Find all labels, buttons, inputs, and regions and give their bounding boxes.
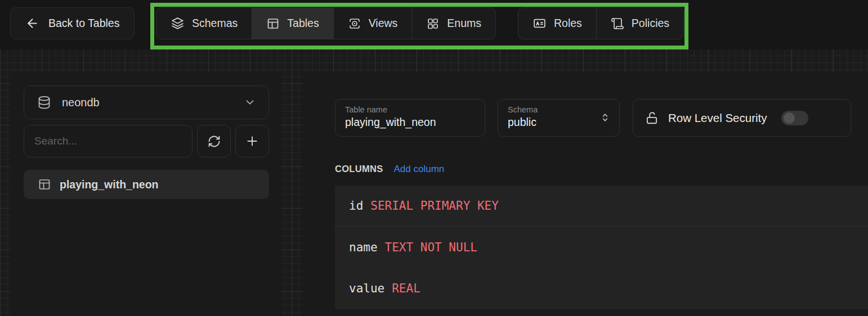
refresh-icon [207,134,221,148]
schema-select-label: Schema [508,105,610,114]
plus-icon [245,134,259,148]
toggle-knob [784,112,795,124]
column-definition: SERIAL PRIMARY KEY [370,199,499,213]
column-name: name [349,241,378,254]
schema-select[interactable]: Schema public [498,99,620,137]
enums-icon [426,17,440,30]
back-to-tables-button[interactable]: Back to Tables [10,7,135,39]
row-level-security-label: Row Level Security [668,111,767,125]
views-icon [348,17,361,30]
policies-icon [611,17,624,30]
column-row-value[interactable]: value REAL [335,268,868,309]
tab-views-label: Views [369,17,398,30]
column-definition: REAL [392,282,420,295]
table-name-field-label: Table name [345,105,475,114]
columns-list: id SERIAL PRIMARY KEY name TEXT NOT NULL… [335,186,868,309]
row-level-security-control: Row Level Security [633,99,851,137]
tab-roles[interactable]: Roles [518,8,596,39]
table-icon [38,178,51,191]
tab-schemas[interactable]: Schemas [156,8,252,39]
tables-icon [266,17,280,30]
sidebar-search-row [24,125,269,157]
column-row-id[interactable]: id SERIAL PRIMARY KEY [335,186,868,227]
tab-schemas-label: Schemas [192,17,238,30]
add-table-button[interactable] [235,125,269,157]
entity-nav-group-security: Roles Policies [518,7,684,39]
roles-icon [533,16,547,30]
tab-enums[interactable]: Enums [411,8,495,39]
tab-views[interactable]: Views [333,8,412,39]
table-editor-panel: Table name playing_with_neon Schema publ… [302,72,868,316]
add-column-link[interactable]: Add column [394,164,445,175]
sidebar-item-label: playing_with_neon [60,178,159,191]
search-input[interactable] [24,125,193,157]
columns-section-header: COLUMNS Add column [335,164,444,175]
lock-open-icon [645,111,659,125]
database-selector-value: neondb [62,96,100,109]
table-name-field[interactable]: Table name playing_with_neon [335,99,485,137]
chevrons-up-down-icon [599,112,611,123]
tab-tables[interactable]: Tables [252,8,333,39]
column-name: value [349,282,384,295]
schemas-icon [171,16,185,30]
tab-enums-label: Enums [447,17,481,30]
column-row-name[interactable]: name TEXT NOT NULL [335,227,868,268]
schema-select-value: public [508,116,610,129]
back-to-tables-label: Back to Tables [48,17,119,30]
column-definition: TEXT NOT NULL [385,241,477,254]
tab-tables-label: Tables [287,17,319,30]
sidebar-item-playing_with_neon[interactable]: playing_with_neon [24,170,269,199]
database-selector[interactable]: neondb [24,85,269,119]
row-level-security-toggle[interactable] [781,111,808,125]
chevron-down-icon [244,96,256,109]
tab-policies-label: Policies [632,17,669,30]
tab-policies[interactable]: Policies [596,8,683,39]
database-icon [37,95,52,110]
columns-title: COLUMNS [335,164,383,174]
column-name: id [349,199,363,213]
refresh-button[interactable] [197,125,231,157]
entity-nav-group-primary: Schemas Tables Views Enums [156,7,496,39]
arrow-left-icon [25,16,39,30]
table-name-field-value: playing_with_neon [345,116,475,129]
top-toolbar: Back to Tables Schemas Tables Views Enum… [0,0,868,49]
drizzle-studio-screen: { "topbar": { "back": { "label": "Back t… [0,0,868,316]
tables-sidebar: neondb playing_with_neon [10,72,281,316]
tab-roles-label: Roles [554,17,582,30]
